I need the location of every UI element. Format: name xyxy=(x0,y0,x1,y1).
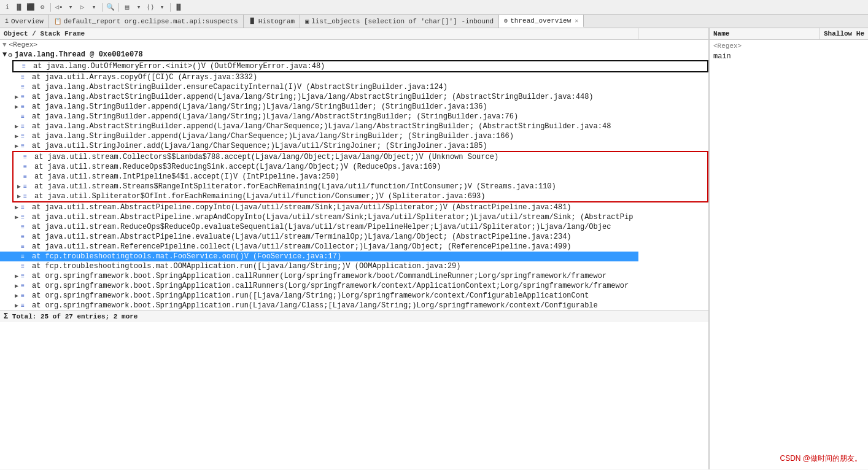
tab-default-report[interactable]: 📋 default_report org.eclipse.mat.api:sus… xyxy=(49,15,244,28)
col-header-shallow: Shallow He xyxy=(820,28,868,39)
frame-row-9[interactable]: ▶ ≡ at java.util.StringJoiner.add(Ljava/… xyxy=(0,141,708,151)
tab-list-objects[interactable]: ▣ list_objects [selection of 'char[]'] -… xyxy=(300,15,499,28)
footer-total: Σ Total: 25 of 27 entries; 2 more xyxy=(0,310,708,322)
settings-icon[interactable]: ⚙ xyxy=(37,2,47,12)
frame-expand-13[interactable]: ▶ xyxy=(15,183,23,190)
tab-histogram[interactable]: ▐▌ Histogram xyxy=(244,15,300,28)
dropdown2-icon[interactable]: ▾ xyxy=(89,2,99,12)
bars-icon[interactable]: ▐▌ xyxy=(174,2,184,12)
tab-close-icon[interactable]: ✕ xyxy=(575,17,578,25)
frame-row-18[interactable]: ≡ at java.util.stream.AbstractPipeline.e… xyxy=(0,232,708,242)
frame-icon-16: ≡ xyxy=(21,214,31,221)
info-icon[interactable]: i xyxy=(2,2,12,12)
list-icon[interactable]: ⬛ xyxy=(26,2,36,12)
frame-icon-15: ≡ xyxy=(21,204,31,211)
thread-icon: ⚙ xyxy=(8,51,12,59)
main-content: Object / Stack Frame ▼ <Regex> ▼ ⚙ java.… xyxy=(0,28,868,469)
frame-row-16[interactable]: ▶ ≡ at java.util.stream.AbstractPipeline… xyxy=(0,212,708,222)
frame-row-17[interactable]: ≡ at java.util.stream.ReduceOps$ReduceOp… xyxy=(0,222,708,232)
frame-row-25[interactable]: ▶ ≡ at org.springframework.boot.SpringAp… xyxy=(0,301,708,310)
dropdown-icon[interactable]: ▾ xyxy=(66,2,76,12)
frame-row-4[interactable]: ▶ ≡ at java.lang.AbstractStringBuilder.a… xyxy=(0,92,708,102)
frame-expand-5[interactable]: ▶ xyxy=(12,103,21,110)
frame-text-2: at java.util.Arrays.copyOf([CI)C (Arrays… xyxy=(31,73,257,82)
frame-expand-15[interactable]: ▶ xyxy=(12,204,21,211)
frame-row-2[interactable]: ≡ at java.util.Arrays.copyOf([CI)C (Arra… xyxy=(0,72,708,82)
frame-icon-24: ≡ xyxy=(21,293,31,299)
frame-row-24[interactable]: ▶ ≡ at org.springframework.boot.SpringAp… xyxy=(0,291,708,301)
frame-icon-14: ≡ xyxy=(23,193,33,200)
frame-expand-16[interactable]: ▶ xyxy=(12,214,21,221)
frame-row-21[interactable]: ≡ at fcp.troubleshootingtools.mat.OOMApp… xyxy=(0,261,708,271)
frame-expand-7[interactable]: ▶ xyxy=(12,123,21,130)
frame-expand-25[interactable]: ▶ xyxy=(12,302,21,309)
frame-expand-8[interactable]: ▶ xyxy=(12,133,21,140)
frame-expand-22[interactable]: ▶ xyxy=(12,272,21,280)
tab-thread-overview-label: thread_overview xyxy=(510,17,571,25)
tab-histogram-label: Histogram xyxy=(258,18,295,25)
thread-header[interactable]: ▼ ⚙ java.lang.Thread @ 0xe001e078 xyxy=(0,49,708,60)
frame-text-13: at java.util.stream.Streams$RangeIntSpli… xyxy=(33,182,556,191)
frame-icon-25: ≡ xyxy=(21,302,31,309)
frame-text-16: at java.util.stream.AbstractPipeline.wra… xyxy=(31,213,633,222)
tab-list-objects-label: list_objects [selection of 'char[]'] -in… xyxy=(311,18,494,25)
frame-row-14[interactable]: ▶ ≡ at java.util.Spliterator$OfInt.forEa… xyxy=(14,191,707,201)
filter-icon: ▼ xyxy=(2,41,7,48)
frame-expand-24[interactable]: ▶ xyxy=(12,292,21,299)
frame-icon-12: ≡ xyxy=(23,174,33,180)
regex-input-label[interactable]: <Regex> xyxy=(9,40,37,48)
frame-expand-18 xyxy=(12,234,21,241)
tab-default-report-label: default_report org.eclipse.mat.api:suspe… xyxy=(64,18,238,25)
frame-text-15: at java.util.stream.AbstractPipeline.cop… xyxy=(31,203,572,212)
frame-row-8[interactable]: ▶ ≡ at java.lang.StringBuilder.append(Lj… xyxy=(0,131,708,141)
right-regex-label[interactable]: <Regex> xyxy=(713,42,864,50)
frame-expand-10 xyxy=(15,154,23,161)
tab-thread-overview[interactable]: ⚙ thread_overview ✕ xyxy=(499,15,584,28)
frame-row-11[interactable]: ≡ at java.util.stream.ReduceOps$3Reducin… xyxy=(14,162,707,172)
search-icon[interactable]: 🔍 xyxy=(106,2,115,12)
frame-row-22[interactable]: ▶ ≡ at org.springframework.boot.SpringAp… xyxy=(0,271,708,281)
frame-icon-6: ≡ xyxy=(21,114,31,120)
frame-expand-17 xyxy=(12,224,21,231)
frame-row-5[interactable]: ▶ ≡ at java.lang.StringBuilder.append(Lj… xyxy=(0,102,708,112)
chart-dropdown-icon[interactable]: ▾ xyxy=(157,2,167,12)
frame-row-6[interactable]: ≡ at java.lang.StringBuilder.append(Ljav… xyxy=(0,112,708,121)
thread-expand-icon[interactable]: ▼ xyxy=(0,50,7,59)
nav-forward-icon[interactable]: ▷ xyxy=(77,2,87,12)
right-col-body: <Regex> main xyxy=(710,40,868,63)
frame-icon-7: ≡ xyxy=(21,123,31,130)
frame-row-13[interactable]: ▶ ≡ at java.util.stream.Streams$RangeInt… xyxy=(14,182,707,191)
view-icon[interactable]: ▤ xyxy=(122,2,132,12)
frame-row-15[interactable]: ▶ ≡ at java.util.stream.AbstractPipeline… xyxy=(0,202,708,212)
tab-overview-label: Overview xyxy=(11,18,44,25)
frame-expand-23[interactable]: ▶ xyxy=(12,282,21,290)
frame-row-3[interactable]: ≡ at java.lang.AbstractStringBuilder.ens… xyxy=(0,82,708,92)
frame-text-23: at org.springframework.boot.SpringApplic… xyxy=(31,282,629,290)
toolbar-separator xyxy=(50,3,51,12)
frame-icon-10: ≡ xyxy=(23,154,33,161)
frame-text-14: at java.util.Spliterator$OfInt.forEachRe… xyxy=(33,192,486,201)
frame-row-7[interactable]: ▶ ≡ at java.lang.AbstractStringBuilder.a… xyxy=(0,121,708,131)
frame-row-19[interactable]: ≡ at java.util.stream.ReferencePipeline.… xyxy=(0,242,708,252)
frame-row-23[interactable]: ▶ ≡ at org.springframework.boot.SpringAp… xyxy=(0,281,708,291)
csdn-watermark: CSDN @做时间的朋友。 xyxy=(780,453,862,464)
frame-row-20-selected[interactable]: ≡ at fcp.troubleshootingtools.mat.FooSer… xyxy=(0,252,638,261)
frame-expand-4[interactable]: ▶ xyxy=(12,93,21,101)
frame-row-10[interactable]: ≡ at java.util.stream.Collectors$$Lambda… xyxy=(14,152,707,162)
frame-icon-22: ≡ xyxy=(21,273,31,280)
frame-icon-18: ≡ xyxy=(21,234,31,241)
view-dropdown-icon[interactable]: ▾ xyxy=(134,2,144,12)
chart-icon[interactable]: ⟨⟩ xyxy=(145,2,155,12)
tab-overview[interactable]: i Overview xyxy=(0,15,49,28)
col-header-object: Object / Stack Frame xyxy=(0,28,638,39)
red-border-group: ≡ at java.util.stream.Collectors$$Lambda… xyxy=(12,151,708,202)
frame-expand-14[interactable]: ▶ xyxy=(15,193,23,200)
frame-row-1[interactable]: ≡ at java.lang.OutOfMemoryError.<init>()… xyxy=(12,60,708,72)
frame-icon-23: ≡ xyxy=(21,283,31,290)
nav-back-icon[interactable]: ◁▪ xyxy=(54,2,64,12)
frame-expand-9[interactable]: ▶ xyxy=(12,142,21,150)
right-col-header: Name Shallow He xyxy=(710,28,868,40)
histogram-icon[interactable]: ▐▌ xyxy=(14,2,24,12)
frame-text-18: at java.util.stream.AbstractPipeline.eva… xyxy=(31,233,572,241)
frame-row-12[interactable]: ≡ at java.util.stream.IntPipeline$4$1.ac… xyxy=(14,172,707,182)
